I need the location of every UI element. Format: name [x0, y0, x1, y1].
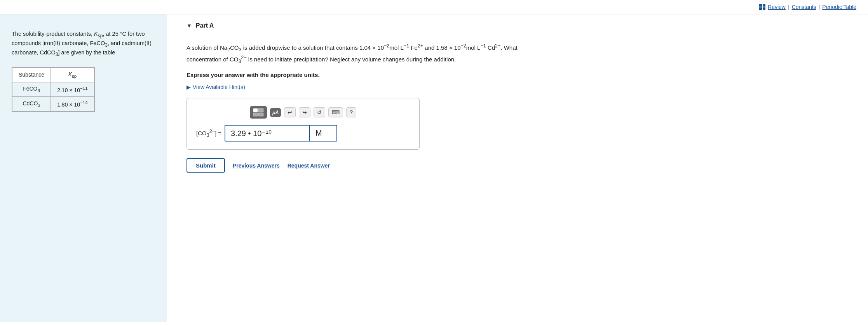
- express-answer-label: Express your answer with the appropriate…: [186, 72, 852, 78]
- mu-label: μÅ: [272, 110, 279, 115]
- ksp-table: Substance Ksp FeCO3 2.10 × 10−11 CdCO3 1…: [12, 68, 94, 112]
- ksp-table-container: Substance Ksp FeCO3 2.10 × 10−11 CdCO3 1…: [12, 67, 95, 112]
- substance-2: CdCO3: [12, 97, 51, 112]
- review-link[interactable]: Review: [768, 4, 786, 10]
- part-a-title: Part A: [196, 22, 214, 29]
- hint-link[interactable]: ▶ View Available Hint(s): [186, 84, 245, 90]
- svg-rect-1: [763, 4, 765, 7]
- previous-answers-button[interactable]: Previous Answers: [233, 162, 280, 169]
- redo-icon: ↪: [302, 109, 307, 115]
- col-ksp: Ksp: [51, 68, 94, 82]
- periodic-table-link[interactable]: Periodic Table: [822, 4, 856, 10]
- answer-box: μÅ ↩ ↪ ↺ ⌨ ?: [186, 98, 420, 150]
- help-button[interactable]: ?: [346, 107, 356, 117]
- ksp-1: 2.10 × 10−11: [51, 82, 94, 97]
- right-panel: ▼ Part A A solution of Na2CO3 is added d…: [167, 14, 868, 322]
- svg-rect-4: [253, 108, 258, 112]
- left-panel: The solubility-product constants, Ksp, a…: [0, 14, 167, 322]
- svg-rect-5: [258, 108, 263, 112]
- review-icon: [759, 4, 768, 10]
- input-row: [CO32−] =: [196, 125, 410, 142]
- reset-icon: ↺: [317, 109, 322, 115]
- template-button[interactable]: [250, 106, 267, 119]
- svg-rect-2: [759, 7, 762, 10]
- undo-button[interactable]: ↩: [284, 107, 296, 117]
- col-substance: Substance: [12, 68, 51, 82]
- intro-paragraph: The solubility-product constants, Ksp, a…: [12, 30, 155, 58]
- request-answer-button[interactable]: Request Answer: [288, 162, 330, 169]
- redo-button[interactable]: ↪: [299, 107, 310, 117]
- unit-input[interactable]: [310, 125, 337, 142]
- help-icon: ?: [350, 109, 353, 115]
- table-row: FeCO3 2.10 × 10−11: [12, 82, 94, 97]
- submit-button[interactable]: Submit: [186, 158, 225, 173]
- undo-icon: ↩: [288, 109, 292, 115]
- question-text: A solution of Na2CO3 is added dropwise t…: [186, 42, 536, 65]
- table-row: CdCO3 1.80 × 10−14: [12, 97, 94, 112]
- bottom-actions: Submit Previous Answers Request Answer: [186, 158, 852, 173]
- substance-1: FeCO3: [12, 82, 51, 97]
- constants-link[interactable]: Constants: [792, 4, 816, 10]
- part-a-collapse-arrow[interactable]: ▼: [186, 23, 192, 29]
- input-label: [CO32−] =: [196, 129, 221, 138]
- answer-toolbar: μÅ ↩ ↪ ↺ ⌨ ?: [196, 106, 410, 119]
- answer-input[interactable]: [225, 125, 310, 142]
- hint-link-label: View Available Hint(s): [193, 84, 245, 90]
- ksp-2: 1.80 × 10−14: [51, 97, 94, 112]
- part-a-header: ▼ Part A: [186, 22, 852, 34]
- svg-rect-6: [253, 113, 258, 116]
- separator-1: |: [788, 4, 790, 10]
- svg-rect-0: [759, 4, 762, 7]
- keyboard-icon: ⌨: [332, 109, 340, 115]
- keyboard-button[interactable]: ⌨: [328, 107, 343, 117]
- mu-button[interactable]: μÅ: [270, 108, 281, 117]
- separator-2: |: [819, 4, 820, 10]
- hint-arrow-icon: ▶: [186, 84, 191, 90]
- reset-button[interactable]: ↺: [314, 107, 325, 117]
- main-layout: The solubility-product constants, Ksp, a…: [0, 14, 868, 322]
- svg-rect-3: [763, 7, 765, 10]
- top-bar: Review | Constants | Periodic Table: [0, 0, 868, 14]
- svg-rect-7: [258, 113, 263, 116]
